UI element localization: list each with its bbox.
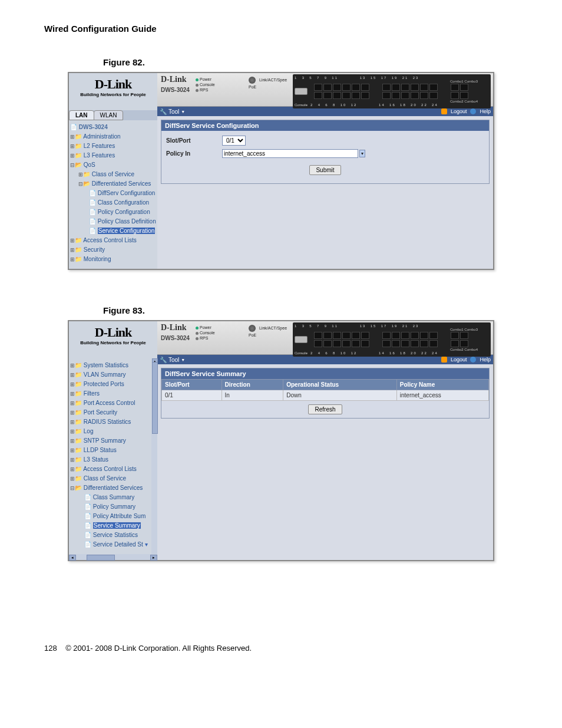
wrench-icon: 🔧	[160, 108, 167, 115]
vertical-scrollbar[interactable]: ▴	[151, 358, 157, 554]
page-number: 128	[44, 644, 57, 653]
tree-diffserv-config[interactable]: 📄 DiffServ Configuration	[70, 189, 156, 198]
tab-lan[interactable]: LAN	[69, 110, 94, 120]
panel-title: DiffServ Service Configuration	[161, 120, 489, 131]
tree-administration[interactable]: ⊞📁 Administration	[70, 132, 156, 141]
logo-tagline: Building Networks for People	[71, 92, 155, 97]
figure-82-label: Figure 82.	[103, 57, 518, 67]
help-icon	[470, 357, 476, 363]
dropdown-arrow-icon[interactable]: ▾	[359, 150, 365, 157]
logo-text: D-Link	[71, 325, 155, 340]
tree-l3-status[interactable]: ⊞📁 L3 Status	[70, 455, 150, 465]
tree-log[interactable]: ⊞📁 Log	[70, 427, 150, 436]
policy-in-input[interactable]	[222, 149, 358, 158]
tree-acl[interactable]: ⊞📁 Access Control Lists	[70, 236, 156, 245]
console-port-icon	[295, 336, 308, 343]
cell-status: Down	[283, 390, 397, 401]
cell-slot-port: 0/1	[162, 390, 222, 401]
tree-system-statistics[interactable]: ⊞📁 System Statistics	[70, 361, 150, 370]
col-slot-port: Slot/Port	[162, 380, 222, 390]
tree-monitoring[interactable]: ⊞📁 Monitoring	[70, 255, 156, 264]
tree-policy-summary[interactable]: 📄 Policy Summary	[70, 502, 150, 512]
logout-icon	[441, 357, 447, 363]
chevron-down-icon: ▼	[181, 110, 185, 114]
tree-port-security[interactable]: ⊞📁 Port Security	[70, 408, 150, 417]
tool-menu[interactable]: Tool	[168, 357, 179, 363]
slot-port-select[interactable]: 0/1	[222, 136, 246, 146]
tab-wlan[interactable]: WLAN	[94, 110, 124, 120]
nav-tree: 📄 DWS-3024 ⊞📁 Administration ⊞📁 L2 Featu…	[69, 120, 157, 269]
tree-l2-features[interactable]: ⊞📁 L2 Features	[70, 141, 156, 151]
help-button[interactable]: Help	[480, 108, 491, 114]
refresh-button[interactable]: Refresh	[308, 404, 342, 414]
wrench-icon: 🔧	[160, 357, 167, 363]
help-icon	[470, 108, 476, 114]
fan-icon	[249, 325, 256, 332]
panel-title: DiffServ Service Summary	[161, 368, 489, 379]
logo-tagline: Building Networks for People	[71, 340, 155, 345]
chevron-down-icon: ▼	[181, 358, 185, 362]
figure-83-label: Figure 83.	[103, 305, 518, 315]
logout-icon	[441, 108, 447, 114]
col-policy-name: Policy Name	[396, 380, 488, 390]
chevron-down-icon: ▾	[145, 541, 148, 548]
submit-button[interactable]: Submit	[309, 165, 340, 175]
port-diagram: 1 3 5 7 9 11 13 15 17 19 21 23 Combo1 Co…	[293, 74, 491, 100]
port-diagram: 1 3 5 7 9 11 13 15 17 19 21 23 Combo1 Co…	[293, 322, 491, 348]
tree-acl[interactable]: ⊞📁 Access Control Lists	[70, 465, 150, 474]
tree-policy-attribute-summary[interactable]: 📄 Policy Attribute Sum	[70, 512, 150, 521]
page-footer: 128 © 2001- 2008 D-Link Corporation. All…	[44, 644, 518, 653]
tree-radius-statistics[interactable]: ⊞📁 RADIUS Statistics	[70, 417, 150, 427]
logo-panel: D-Link Building Networks for People	[69, 73, 157, 110]
tree-security[interactable]: ⊞📁 Security	[70, 245, 156, 255]
figure-83-screenshot: D-Link Building Networks for People ⊞📁 S…	[68, 320, 494, 561]
figure-82-screenshot: D-Link Building Networks for People LAN …	[68, 72, 494, 270]
tree-qos[interactable]: ⊟📂 QoS	[70, 160, 156, 170]
device-brand: D-Link	[161, 75, 187, 84]
cell-policy: internet_access	[396, 390, 488, 401]
tree-class-of-service[interactable]: ⊞📁 Class of Service	[70, 474, 150, 483]
status-leds: Power Console RPS	[196, 325, 215, 341]
col-direction: Direction	[222, 380, 283, 390]
mode-leds: Link/ACT/Spee PoE	[249, 325, 287, 338]
logo-text: D-Link	[71, 77, 155, 92]
fan-icon	[249, 77, 256, 84]
logout-button[interactable]: Logout	[451, 357, 467, 363]
tree-policy-config[interactable]: 📄 Policy Configuration	[70, 207, 156, 217]
tree-sntp-summary[interactable]: ⊞📁 SNTP Summary	[70, 436, 150, 446]
tree-class-config[interactable]: 📄 Class Configuration	[70, 198, 156, 207]
nav-tree: ⊞📁 System Statistics ⊞📁 VLAN Summary ⊞📁 …	[69, 358, 151, 554]
tree-lldp-status[interactable]: ⊞📁 LLDP Status	[70, 446, 150, 455]
tree-diffserv[interactable]: ⊟📂 Differentiated Services	[70, 483, 150, 493]
tree-diffserv[interactable]: ⊟📂 Differentiated Services	[70, 179, 156, 189]
logo-panel: D-Link Building Networks for People	[69, 321, 157, 358]
tree-protected-ports[interactable]: ⊞📁 Protected Ports	[70, 380, 150, 389]
device-brand: D-Link	[161, 323, 187, 332]
tree-service-detailed[interactable]: 📄 Service Detailed St ▾	[70, 540, 150, 549]
tree-filters[interactable]: ⊞📁 Filters	[70, 389, 150, 398]
tree-service-summary[interactable]: 📄 Service Summary	[70, 521, 150, 531]
logout-button[interactable]: Logout	[451, 108, 467, 114]
device-header: D-Link DWS-3024 Power Console RPS Link/A…	[157, 73, 493, 107]
status-leds: Power Console RPS	[196, 77, 215, 93]
tool-menu[interactable]: Tool	[168, 108, 179, 115]
tree-class-of-service[interactable]: ⊞📁 Class of Service	[70, 170, 156, 179]
horizontal-scrollbar[interactable]: ◂▸	[69, 554, 157, 560]
tree-class-summary[interactable]: 📄 Class Summary	[70, 493, 150, 502]
tree-policy-class-def[interactable]: 📄 Policy Class Definition	[70, 217, 156, 226]
tree-vlan-summary[interactable]: ⊞📁 VLAN Summary	[70, 370, 150, 380]
tree-service-config[interactable]: 📄 Service Configuration	[70, 226, 156, 236]
tree-root[interactable]: 📄 DWS-3024	[70, 123, 156, 132]
doc-header-title: Wired Configuration Guide	[44, 24, 518, 34]
tree-port-access-control[interactable]: ⊞📁 Port Access Control	[70, 398, 150, 408]
console-port-icon	[295, 88, 308, 95]
help-button[interactable]: Help	[480, 357, 491, 363]
summary-table: Slot/Port Direction Operational Status P…	[161, 379, 489, 401]
col-operational-status: Operational Status	[283, 380, 397, 390]
policy-in-label: Policy In	[166, 150, 222, 157]
tree-service-statistics[interactable]: 📄 Service Statistics	[70, 531, 150, 540]
device-header: D-Link DWS-3024 Power Console RPS Link/A…	[157, 321, 493, 355]
tree-l3-features[interactable]: ⊞📁 L3 Features	[70, 151, 156, 160]
config-panel: DiffServ Service Configuration Slot/Port…	[161, 120, 490, 184]
slot-port-label: Slot/Port	[166, 137, 222, 144]
